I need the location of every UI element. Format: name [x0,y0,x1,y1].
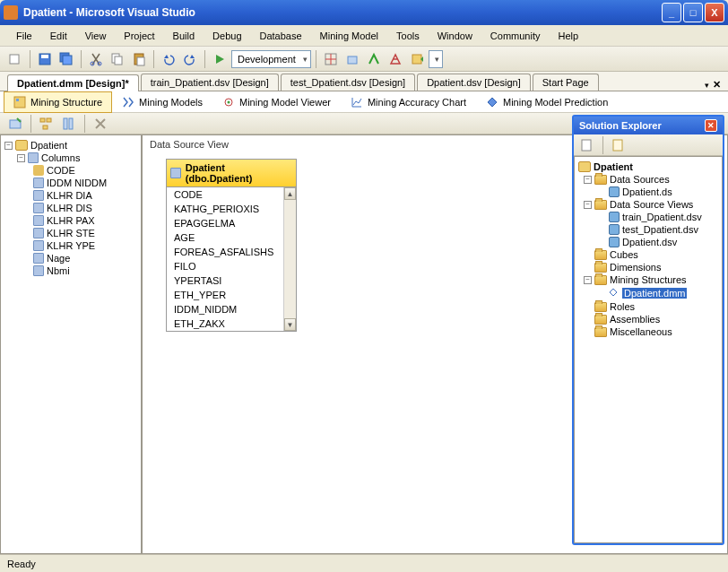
roles-folder[interactable]: Roles [576,300,720,313]
tool-icon[interactable] [342,49,362,69]
dsv-item[interactable]: train_Dpatient.dsv [576,211,720,223]
redo-button[interactable] [180,49,200,69]
dsv-column[interactable]: YPERTASI [167,273,283,288]
properties-button[interactable] [577,135,597,155]
collapse-icon[interactable]: − [584,276,592,284]
data-sources-folder[interactable]: − Data Sources [576,173,720,186]
new-project-button[interactable] [5,49,25,69]
dsv-folder[interactable]: − Data Source Views [576,198,720,211]
tool-icon[interactable] [407,49,427,69]
menu-view[interactable]: View [76,29,116,43]
dimensions-folder[interactable]: Dimensions [576,261,720,273]
dsv-columns-list[interactable]: CODE KATHG_PERIOXIS EPAGGELMA AGE FOREAS… [167,187,296,331]
dsv-item[interactable]: test_Dpatient.dsv [576,223,720,236]
config-dropdown[interactable]: Development [231,50,311,68]
dsv-table[interactable]: Dpatient (dbo.Dpatient) CODE KATHG_PERIO… [166,159,297,332]
minimize-button[interactable]: _ [662,3,681,22]
dsv-column[interactable]: ETH_YPER [167,288,283,302]
cubes-folder[interactable]: Cubes [576,248,720,261]
ds-item[interactable]: Dpatient.ds [576,186,720,198]
tree-item[interactable]: KLHR STE [3,227,139,239]
collapse-icon[interactable]: − [584,201,592,209]
tool-icon[interactable] [364,49,384,69]
menu-build[interactable]: Build [164,29,204,43]
delete-button[interactable] [91,114,110,134]
tree-item[interactable]: Nage [3,252,139,264]
menu-tools[interactable]: Tools [387,29,429,43]
solution-explorer-titlebar[interactable]: Solution Explorer ✕ [574,117,723,134]
tree-view-button[interactable] [37,114,56,134]
menu-community[interactable]: Community [481,29,550,43]
tree-item[interactable]: KLHR DIS [3,202,139,214]
menu-file[interactable]: File [7,29,41,43]
dsv-column[interactable]: FILO [167,259,283,273]
undo-button[interactable] [159,49,178,69]
save-all-button[interactable] [56,49,76,69]
paste-button[interactable] [129,49,149,69]
collapse-icon[interactable]: − [17,154,25,162]
dsv-column[interactable]: CODE [167,187,283,202]
menu-project[interactable]: Project [115,29,163,43]
misc-folder[interactable]: Miscellaneous [576,325,720,338]
solution-explorer[interactable]: Solution Explorer ✕ Dpatient − Data Sour… [572,115,724,545]
tool-icon[interactable] [321,49,341,69]
dsv-item[interactable]: Dpatient.dsv [576,236,720,248]
tree-item-code[interactable]: CODE [3,164,139,177]
tree-item[interactable]: KLHR PAX [3,214,139,227]
mining-structures-folder[interactable]: − Mining Structures [576,273,720,286]
dsv-column[interactable]: KATHG_PERIOXIS [167,202,283,216]
tab-dropdown-icon[interactable]: ▾ [705,81,709,90]
cut-button[interactable] [86,49,106,69]
copy-button[interactable] [108,49,127,69]
structure-tree[interactable]: − Dpatient − Columns CODE IDDM NIDDM KLH… [0,134,142,554]
columns-button[interactable] [59,114,79,134]
process-button[interactable] [5,114,25,134]
tool-icon[interactable] [386,49,405,69]
tab-train-dsv[interactable]: train_Dpatient.dsv [Design] [141,74,279,91]
assemblies-folder[interactable]: Assemblies [576,313,720,325]
menu-help[interactable]: Help [549,29,587,43]
tab-dpatient-dmm[interactable]: Dpatient.dmm [Design]* [7,74,139,91]
tab-dpatient-dsv[interactable]: Dpatient.dsv [Design] [417,74,531,91]
menu-mining-model[interactable]: Mining Model [311,29,387,43]
menu-database[interactable]: Database [251,29,311,43]
tree-item[interactable]: KLHR YPE [3,239,139,252]
solution-tree[interactable]: Dpatient − Data Sources Dpatient.ds − Da… [574,156,723,543]
maximize-button[interactable]: □ [683,3,703,22]
collapse-icon[interactable]: − [4,142,13,150]
dsv-column[interactable]: IDDM_NIDDM [167,302,283,316]
menu-edit[interactable]: Edit [41,29,76,43]
tab-mining-structure[interactable]: Mining Structure [4,91,112,113]
mining-structure-item[interactable]: Dpatient.dmm [576,286,720,300]
tab-start-page[interactable]: Start Page [533,74,599,91]
tree-columns[interactable]: − Columns [3,152,139,164]
dsv-column[interactable]: ETH_ZAKX [167,316,283,331]
tree-item[interactable]: KLHR DIA [3,189,139,202]
menu-debug[interactable]: Debug [204,29,250,43]
tree-root[interactable]: − Dpatient [3,139,139,152]
dsv-table-header[interactable]: Dpatient (dbo.Dpatient) [167,160,296,187]
tree-item[interactable]: IDDM NIDDM [3,177,139,189]
tab-mining-prediction[interactable]: Mining Model Prediction [476,91,618,113]
tree-item[interactable]: Nbmi [3,264,139,277]
scrollbar[interactable]: ▲ ▼ [283,187,296,331]
tab-mining-accuracy[interactable]: Mining Accuracy Chart [341,91,476,113]
save-button[interactable] [35,49,55,69]
dsv-column[interactable]: FOREAS_ASFALISHS [167,245,283,259]
dsv-column[interactable]: EPAGGELMA [167,216,283,230]
scroll-up-icon[interactable]: ▲ [284,187,296,200]
show-all-button[interactable] [609,135,628,155]
panel-close-icon[interactable]: ✕ [705,119,717,132]
collapse-icon[interactable]: − [584,176,592,184]
close-button[interactable]: X [705,3,724,22]
scroll-down-icon[interactable]: ▼ [284,318,296,331]
tab-mining-viewer[interactable]: Mining Model Viewer [212,91,341,113]
tab-close-icon[interactable]: ✕ [713,79,721,91]
menu-window[interactable]: Window [429,29,481,43]
tab-test-dsv[interactable]: test_Dpatient.dsv [Design] [281,74,415,91]
project-node[interactable]: Dpatient [576,160,720,173]
tab-mining-models[interactable]: Mining Models [112,91,212,113]
tool-dropdown[interactable] [429,50,443,68]
start-button[interactable] [210,49,230,69]
dsv-column[interactable]: AGE [167,230,283,245]
